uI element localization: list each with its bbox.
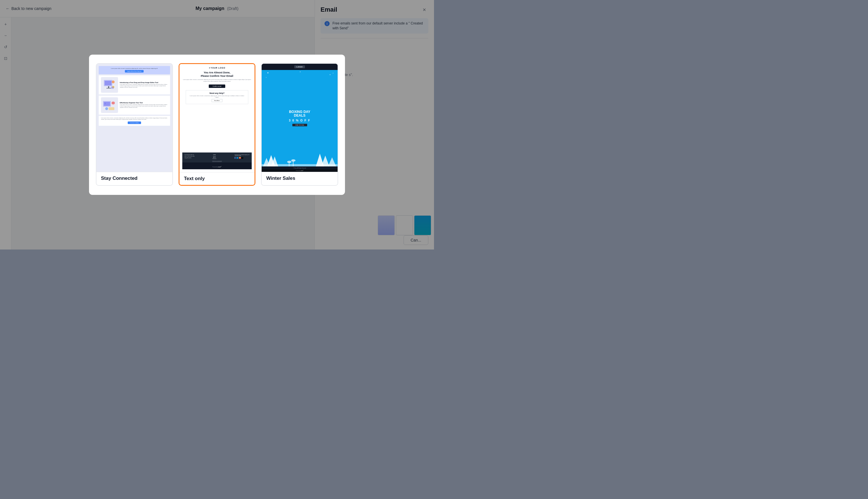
text-logo: ✦ YOUR LOGO: [209, 67, 225, 69]
template-card-text-only[interactable]: ✦ YOUR LOGO You Are Almost Done,Please C…: [178, 63, 256, 186]
template-card-winter-sales[interactable]: LOGO BOXING DAYDEALS 3 0 % O F F: [261, 63, 338, 186]
text-cta-button: Confirm email: [209, 85, 225, 88]
svg-rect-4: [107, 88, 111, 88]
winter-discount: 3 0 % O F F: [289, 119, 311, 122]
template-label-stay-connected: Stay Connected: [96, 172, 172, 185]
template-card-stay-connected[interactable]: Lorem ipsum dolor sit amet consectetur a…: [96, 63, 173, 186]
winter-logo: LOGO: [294, 65, 305, 68]
winter-teal-section: BOXING DAYDEALS 3 0 % O F F GRAB THE DEA…: [262, 70, 338, 167]
template-label-winter-sales: Winter Sales: [262, 172, 338, 185]
svg-rect-1: [105, 81, 111, 85]
svg-point-12: [105, 107, 108, 110]
svg-rect-24: [262, 164, 338, 167]
text-help-box: Need any Help? Lorem ipsum dolor sit ame…: [186, 90, 248, 104]
template-modal: Lorem ipsum dolor sit amet consectetur a…: [89, 54, 345, 195]
text-headline: You Are Almost Done,Please Confirm Your …: [201, 71, 233, 78]
text-only-preview: ✦ YOUR LOGO You Are Almost Done,Please C…: [179, 64, 255, 172]
template-preview-stay-connected: Lorem ipsum dolor sit amet consectetur a…: [96, 64, 172, 172]
svg-rect-11: [112, 102, 115, 104]
template-preview-winter-sales: LOGO BOXING DAYDEALS 3 0 % O F F: [262, 64, 338, 172]
svg-rect-3: [108, 86, 109, 88]
svg-rect-6: [111, 86, 114, 89]
text-body: Lorem ipsum dolor sit amet, consectetur …: [182, 79, 252, 82]
svg-text:T: T: [105, 103, 106, 105]
modal-overlay: Lorem ipsum dolor sit amet consectetur a…: [0, 0, 434, 250]
winter-grab-deal: GRAB THE DEAL: [293, 124, 307, 126]
text-help-text: Lorem ipsum dolor sit amet, consectetur …: [189, 95, 245, 98]
svg-point-19: [287, 161, 292, 163]
template-preview-text-only: ✦ YOUR LOGO You Are Almost Done,Please C…: [179, 64, 255, 172]
text-help-title: Need any Help?: [189, 92, 245, 94]
svg-rect-13: [109, 107, 114, 110]
winter-boxing-day: BOXING DAYDEALS: [289, 110, 310, 118]
winter-footer: © Shop | All Rights Reserved Powered by …: [262, 167, 338, 172]
winter-sales-preview: LOGO BOXING DAYDEALS 3 0 % O F F: [262, 64, 338, 172]
svg-point-2: [112, 81, 115, 83]
template-grid: Lorem ipsum dolor sit amet consectetur a…: [96, 63, 338, 186]
text-read-more: Read More: [212, 99, 222, 102]
svg-point-20: [291, 159, 296, 161]
template-label-text-only: Text only: [179, 172, 255, 185]
winter-header: LOGO: [262, 64, 338, 70]
stay-connected-preview: Lorem ipsum dolor sit amet consectetur a…: [96, 64, 172, 172]
